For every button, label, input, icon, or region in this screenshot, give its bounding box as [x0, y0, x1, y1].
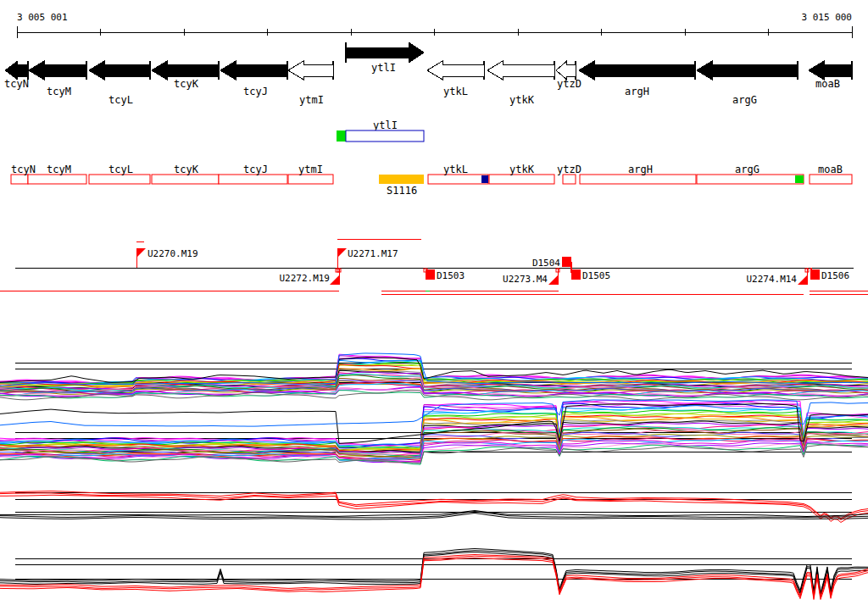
probe-label-D1506: D1506	[821, 270, 849, 281]
gene-arrow-ytkL[interactable]: ytkL	[427, 61, 484, 97]
gene-arrow-ytmI[interactable]: ytmI	[288, 61, 333, 106]
gene-arrow-shape[interactable]	[697, 61, 798, 80]
gene-arrow-shape[interactable]	[579, 61, 695, 80]
probe-box-D1504[interactable]: D1504	[532, 257, 571, 273]
probe-box-D1506[interactable]: D1506	[810, 268, 849, 281]
orf-sub-segment	[795, 175, 804, 183]
orf-box-tcyK[interactable]: tcyK	[152, 164, 219, 184]
gene-arrow-shape[interactable]	[29, 61, 86, 80]
orf-label-ytzD: ytzD	[557, 164, 581, 175]
gene-arrow-tcyN[interactable]: tcyN	[4, 61, 29, 90]
orf-rect[interactable]	[89, 175, 150, 184]
probe-square[interactable]	[571, 269, 581, 280]
orf-rect[interactable]	[697, 175, 804, 184]
s1116-rect[interactable]	[379, 175, 424, 184]
flag-triangle[interactable]	[337, 248, 347, 258]
orf-rect[interactable]	[288, 175, 333, 184]
orf-label-tcyM: tcyM	[47, 164, 71, 175]
gene-arrow-shape[interactable]	[427, 61, 484, 80]
orf-label-ytkL: ytkL	[443, 164, 468, 175]
gene-arrow-ytzD[interactable]: ytzD	[556, 61, 581, 90]
plot-panel-3	[0, 549, 868, 600]
orf-box-track: tcyNtcyMtcyLtcyKtcyJytmIytkLytkKytzDargH…	[11, 164, 852, 197]
orf-box-ytkK[interactable]: ytkK	[489, 164, 554, 184]
probe-flag-U2271.M17[interactable]: U2271.M17	[336, 248, 398, 272]
gene-label-ytzD: ytzD	[557, 78, 581, 90]
gene-arrow-argH[interactable]: argH	[579, 61, 695, 97]
orf-box-ytzD[interactable]: ytzD	[557, 164, 581, 184]
gene-label-argH: argH	[625, 86, 649, 97]
orf-box-moaB[interactable]: moaB	[810, 164, 852, 184]
gene-arrow-shape[interactable]	[152, 61, 219, 80]
feature-box[interactable]	[346, 130, 424, 142]
orf-rect[interactable]	[152, 175, 219, 184]
orf-rect[interactable]	[563, 175, 576, 184]
gene-label-ytkK: ytkK	[509, 94, 535, 106]
probe-box-D1503[interactable]: D1503	[424, 269, 465, 281]
plot-panel-0	[0, 353, 868, 400]
gene-arrow-shape[interactable]	[487, 61, 554, 80]
orf-box-ytmI[interactable]: ytmI	[288, 164, 333, 184]
gene-arrow-ytkK[interactable]: ytkK	[487, 61, 554, 106]
probe-segment-track: U2270.M19U2271.M17U2272.M19U2273.M4U2274…	[0, 239, 868, 294]
probe-flag-U2272.M19[interactable]: U2272.M19	[279, 268, 341, 285]
orf-rect[interactable]	[810, 175, 852, 184]
flag-triangle[interactable]	[548, 275, 558, 285]
gene-arrow-shape[interactable]	[220, 61, 287, 80]
flag-triangle[interactable]	[136, 248, 146, 258]
orf-rect[interactable]	[580, 175, 696, 184]
feature-label: ytlI	[373, 119, 398, 131]
gene-label-tcyJ: tcyJ	[243, 86, 268, 97]
gene-label-ytkL: ytkL	[443, 86, 468, 97]
gene-label-tcyM: tcyM	[47, 86, 71, 97]
gene-arrow-tcyJ[interactable]: tcyJ	[220, 61, 287, 97]
segment-s1116[interactable]: S1116	[379, 175, 424, 197]
gene-arrow-argG[interactable]: argG	[697, 61, 798, 106]
flag-triangle[interactable]	[798, 275, 807, 285]
gene-label-argG: argG	[732, 94, 757, 106]
gene-label-tcyN: tcyN	[4, 78, 29, 90]
plot-panel-2	[0, 491, 868, 523]
probe-flag-U2274.M14[interactable]: U2274.M14	[746, 268, 809, 285]
orf-box-tcyJ[interactable]: tcyJ	[219, 164, 287, 184]
gene-label-tcyL: tcyL	[108, 94, 133, 106]
orf-label-argG: argG	[735, 164, 760, 175]
gene-arrow-tcyL[interactable]: tcyL	[89, 61, 150, 106]
orf-rect[interactable]	[219, 175, 287, 184]
orf-rect[interactable]	[428, 175, 488, 184]
gene-arrow-shape[interactable]	[346, 42, 424, 63]
probe-label-D1503: D1503	[437, 270, 465, 281]
orf-box-argH[interactable]: argH	[580, 164, 696, 184]
ruler-start-label: 3 005 001	[17, 12, 68, 23]
feature-green-segment[interactable]	[337, 130, 346, 142]
gene-arrow-shape[interactable]	[89, 61, 150, 80]
gene-arrow-moaB[interactable]: moaB	[809, 61, 852, 90]
flag-triangle[interactable]	[330, 275, 339, 285]
probe-square[interactable]	[562, 257, 571, 267]
probe-square[interactable]	[426, 269, 435, 280]
orf-box-tcyL[interactable]: tcyL	[89, 164, 150, 184]
probe-flag-U2273.M4[interactable]: U2273.M4	[503, 268, 559, 285]
orf-box-ytkL[interactable]: ytkL	[428, 164, 488, 184]
orf-rect[interactable]	[28, 175, 86, 184]
gene-arrow-tcyK[interactable]: tcyK	[152, 61, 219, 90]
s1116-label: S1116	[387, 185, 417, 197]
probe-flag-U2270.M19[interactable]: U2270.M19	[136, 248, 198, 268]
orf-box-tcyM[interactable]: tcyM	[28, 164, 86, 184]
ytlI-feature-track: ytlI	[337, 119, 424, 142]
gene-arrow-shape[interactable]	[809, 61, 852, 80]
gene-arrow-shape[interactable]	[5, 61, 28, 80]
probe-label-U2273.M4: U2273.M4	[503, 274, 548, 285]
probe-square[interactable]	[810, 269, 820, 280]
orf-box-argG[interactable]: argG	[697, 164, 804, 184]
gene-arrow-ytlI[interactable]: ytlI	[346, 42, 424, 74]
gene-arrow-shape[interactable]	[556, 61, 576, 80]
orf-rect[interactable]	[11, 175, 28, 184]
coordinate-ruler: 3 005 001 3 015 000	[17, 12, 852, 38]
probe-box-D1505[interactable]: D1505	[571, 269, 610, 281]
gene-arrow-tcyM[interactable]: tcyM	[29, 61, 86, 97]
gene-arrow-shape[interactable]	[288, 61, 333, 80]
orf-rect[interactable]	[489, 175, 554, 184]
gene-label-ytlI: ytlI	[371, 62, 396, 74]
feature-profile-line	[0, 556, 868, 597]
